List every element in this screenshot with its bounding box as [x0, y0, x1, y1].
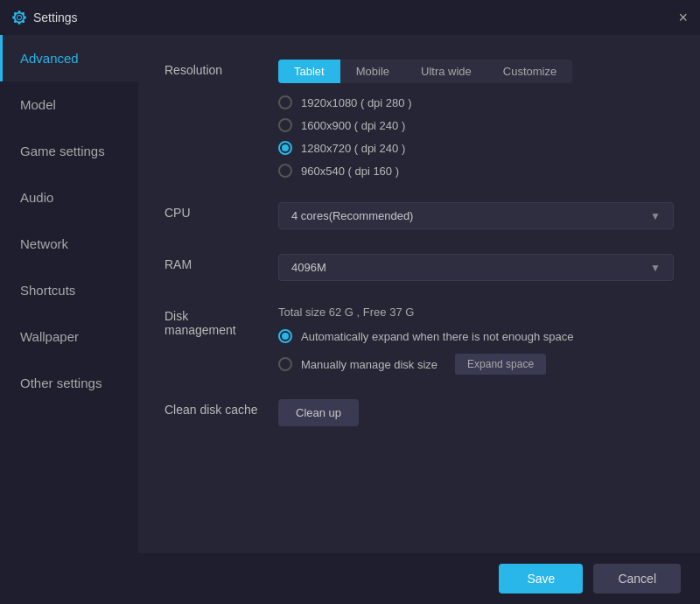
ram-section: RAM 4096M ▼	[164, 254, 674, 281]
main-content: Resolution Tablet Mobile Ultra wide Cust…	[138, 35, 700, 553]
sidebar-item-audio[interactable]: Audio	[0, 174, 138, 221]
title-bar-left: Settings	[12, 11, 78, 25]
cpu-dropdown[interactable]: 4 cores(Recommended) ▼	[278, 202, 674, 229]
radio-4	[278, 164, 292, 178]
resolution-label-4: 960x540 ( dpi 160 )	[301, 165, 399, 178]
sidebar: Advanced Model Game settings Audio Netwo…	[0, 35, 138, 553]
chevron-down-icon: ▼	[650, 262, 661, 274]
save-button[interactable]: Save	[499, 564, 583, 593]
resolution-option-2[interactable]: 1600x900 ( dpi 240 )	[278, 118, 674, 132]
content-area: Advanced Model Game settings Audio Netwo…	[0, 35, 700, 553]
disk-section: Disk management Total size 62 G , Free 3…	[164, 306, 674, 375]
ram-value: 4096M	[291, 261, 326, 274]
sidebar-item-network[interactable]: Network	[0, 221, 138, 267]
resolution-label-1: 1920x1080 ( dpi 280 )	[301, 96, 411, 109]
dialog-title: Settings	[33, 11, 78, 25]
ram-content: 4096M ▼	[278, 254, 674, 281]
disk-radio-manual	[278, 357, 292, 371]
disk-content: Total size 62 G , Free 37 G Automaticall…	[278, 306, 674, 375]
resolution-option-4[interactable]: 960x540 ( dpi 160 )	[278, 164, 674, 178]
resolution-section: Resolution Tablet Mobile Ultra wide Cust…	[164, 60, 674, 178]
sidebar-item-wallpaper[interactable]: Wallpaper	[0, 313, 138, 360]
resolution-options: 1920x1080 ( dpi 280 ) 1600x900 ( dpi 240…	[278, 95, 674, 178]
settings-dialog: Settings × Advanced Model Game settings …	[0, 0, 700, 604]
clean-section: Clean disk cache Clean up	[164, 399, 674, 426]
chevron-down-icon: ▼	[650, 210, 661, 222]
ram-dropdown[interactable]: 4096M ▼	[278, 254, 674, 281]
cpu-content: 4 cores(Recommended) ▼	[278, 202, 674, 229]
cpu-section: CPU 4 cores(Recommended) ▼	[164, 202, 674, 229]
cleanup-button[interactable]: Clean up	[278, 399, 359, 426]
bottom-bar: Save Cancel	[0, 553, 700, 604]
clean-content: Clean up	[278, 399, 674, 426]
title-bar: Settings ×	[0, 0, 700, 35]
disk-auto-label: Automatically expand when there is not e…	[301, 330, 573, 343]
sidebar-item-advanced[interactable]: Advanced	[0, 35, 138, 81]
disk-radio-group: Automatically expand when there is not e…	[278, 329, 674, 375]
tab-customize[interactable]: Customize	[487, 60, 572, 83]
tab-ultra-wide[interactable]: Ultra wide	[405, 60, 487, 83]
radio-2	[278, 118, 292, 132]
sidebar-item-other-settings[interactable]: Other settings	[0, 360, 138, 406]
disk-radio-auto	[278, 329, 292, 343]
resolution-option-1[interactable]: 1920x1080 ( dpi 280 )	[278, 95, 674, 109]
tab-mobile[interactable]: Mobile	[340, 60, 405, 83]
resolution-option-3[interactable]: 1280x720 ( dpi 240 )	[278, 141, 674, 155]
disk-option-auto[interactable]: Automatically expand when there is not e…	[278, 329, 674, 343]
resolution-label: Resolution	[164, 60, 278, 77]
sidebar-item-model[interactable]: Model	[0, 81, 138, 128]
cpu-value: 4 cores(Recommended)	[291, 209, 413, 222]
resolution-label-2: 1600x900 ( dpi 240 )	[301, 119, 405, 132]
resolution-tabs: Tablet Mobile Ultra wide Customize	[278, 60, 674, 83]
expand-space-button[interactable]: Expand space	[455, 354, 546, 375]
sidebar-item-game-settings[interactable]: Game settings	[0, 128, 138, 174]
clean-label: Clean disk cache	[164, 399, 278, 417]
settings-icon	[12, 11, 26, 25]
disk-manual-label: Manually manage disk size	[301, 358, 438, 371]
cpu-label: CPU	[164, 202, 278, 220]
close-button[interactable]: ×	[678, 10, 688, 25]
ram-label: RAM	[164, 254, 278, 271]
cancel-button[interactable]: Cancel	[593, 564, 681, 593]
tab-tablet[interactable]: Tablet	[278, 60, 340, 83]
resolution-content: Tablet Mobile Ultra wide Customize 1920x…	[278, 60, 674, 178]
radio-1	[278, 95, 292, 109]
disk-option-manual[interactable]: Manually manage disk size Expand space	[278, 354, 674, 375]
radio-3	[278, 141, 292, 155]
disk-info: Total size 62 G , Free 37 G	[278, 306, 674, 319]
resolution-label-3: 1280x720 ( dpi 240 )	[301, 142, 405, 155]
disk-label: Disk management	[164, 306, 278, 337]
sidebar-item-shortcuts[interactable]: Shortcuts	[0, 267, 138, 313]
